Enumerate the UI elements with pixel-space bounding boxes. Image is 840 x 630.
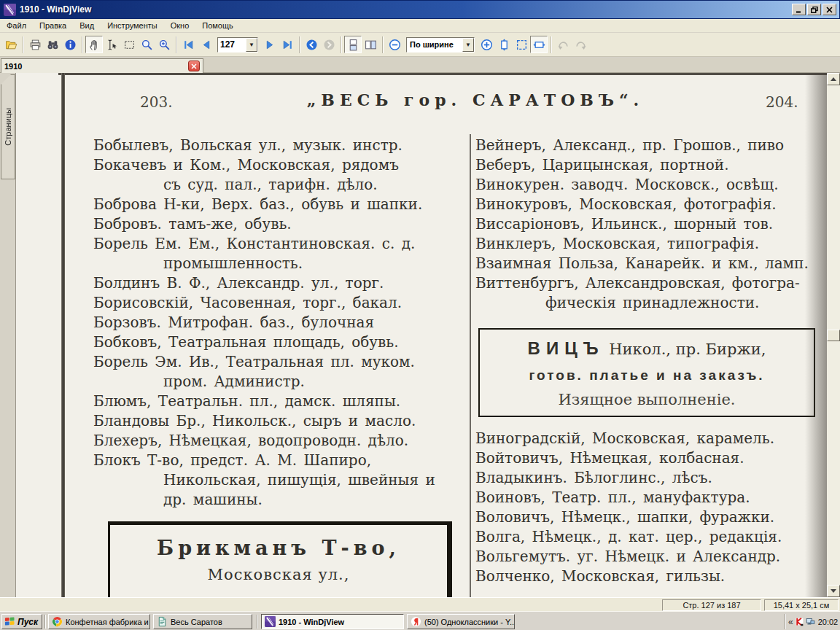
zoom-out-button[interactable] — [386, 36, 403, 53]
chevron-down-icon[interactable]: ▼ — [246, 38, 257, 52]
menu-bar: Файл Правка Вид Инструменты Окно Помощь — [0, 19, 840, 33]
windjview-icon — [265, 616, 276, 627]
zoom-mode-combo[interactable]: По ширине ▼ — [406, 37, 475, 52]
directory-line: фическія принадлежности. — [475, 293, 827, 313]
menu-window[interactable]: Окно — [164, 20, 196, 31]
status-page-size: 15,41 x 25,1 см — [764, 599, 839, 611]
window-title: 1910 - WinDjView — [20, 4, 790, 15]
directory-line: Боброва Н-ки, Верх. баз., обувь и шапки. — [93, 195, 471, 214]
layout-single-page-button[interactable] — [344, 36, 362, 53]
open-file-button[interactable] — [2, 36, 20, 53]
ad-vits-line2: готов. платье и на заказъ. — [483, 368, 811, 384]
document-tab-bar: 1910 — [0, 58, 840, 73]
rotate-left-button[interactable] — [554, 36, 572, 53]
network-icon[interactable] — [806, 617, 815, 626]
ad-vits-line1: ВИЦЪ Никол., пр. Биржи, — [483, 338, 811, 359]
page-number-right: 204. — [766, 93, 798, 111]
toolbar-separator — [176, 36, 176, 53]
directory-line: Вейнеръ, Александ., пр. Грошов., пиво — [475, 136, 827, 155]
select-text-tool-button[interactable] — [103, 36, 120, 53]
menu-file[interactable]: Файл — [0, 20, 33, 31]
directory-line: Взаимная Польза, Канарейк. и км., ламп. — [475, 254, 827, 273]
taskbar-task-ves-saratov[interactable]: Весь Саратов — [153, 614, 252, 629]
chrome-icon — [52, 616, 63, 627]
layout-facing-pages-button[interactable] — [362, 36, 379, 53]
document-viewer[interactable]: 203. „ВЕСЬ гор. САРАТОВЪ“. 204. Бобылевъ… — [16, 73, 827, 597]
directory-line: пром. Администр. — [93, 372, 471, 392]
first-page-button[interactable] — [179, 36, 197, 53]
windjview-window: 1910 - WinDjView Файл Правка Вид Инструм… — [0, 0, 840, 630]
fit-page-button[interactable] — [513, 36, 530, 53]
minimize-button[interactable] — [792, 4, 806, 15]
directory-line: Бобковъ, Театральная площадь, обувь. — [93, 332, 471, 352]
start-label: Пуск — [18, 617, 38, 627]
taskbar-task-chrome[interactable]: Конфетная фабрика и ... — [48, 614, 150, 629]
sidebar: Страницы — [0, 73, 16, 597]
scrollbar-thumb[interactable] — [827, 330, 840, 341]
chevron-down-icon[interactable]: ▼ — [462, 38, 474, 52]
zoom-mode-value: По ширине — [407, 38, 462, 52]
info-button[interactable] — [61, 36, 79, 53]
tab-close-button[interactable] — [188, 61, 200, 71]
zoom-in-button[interactable] — [478, 36, 495, 53]
toolbar-separator — [551, 36, 551, 53]
tray-expand-chevron[interactable]: « — [788, 617, 793, 627]
directory-line: Борель Эм. Ив., Театральная пл. муком. — [93, 352, 471, 372]
forward-button[interactable] — [320, 36, 338, 53]
directory-line: Винклеръ, Московская, типографія. — [475, 234, 827, 254]
ad-vits-brand: ВИЦЪ — [528, 338, 604, 358]
last-page-button[interactable] — [279, 36, 296, 53]
fit-height-button[interactable] — [495, 36, 513, 53]
taskbar-task-odnoklassniki[interactable]: (50) Одноклассники - Y... — [407, 614, 515, 629]
scroll-down-button[interactable] — [827, 585, 840, 597]
taskbar-separator — [44, 615, 46, 629]
directory-line: Виссаріоновъ, Ильинск., шорный тов. — [475, 214, 827, 234]
left-column: Бобылевъ, Вольская ул., музык. инстр.Бок… — [93, 136, 471, 597]
directory-line: Борзовъ. Митрофан. баз., булочная — [93, 313, 471, 332]
taskbar-task-windjview[interactable]: 1910 - WinDjView — [261, 614, 404, 629]
search-button[interactable] — [44, 36, 61, 53]
page-gutter-shadow — [805, 73, 827, 597]
directory-line: Воиновъ, Театр. пл., мануфактура. — [475, 488, 827, 508]
sidebar-tab-pages[interactable]: Страницы — [1, 74, 15, 179]
status-bar: Стр. 127 из 187 15,41 x 25,1 см — [0, 597, 840, 611]
toolbar-separator — [382, 36, 383, 53]
directory-line: Бобровъ. тамъ-же, обувь. — [93, 214, 471, 234]
toolbar: ▼ По ширине ▼ — [0, 33, 840, 57]
prev-page-button[interactable] — [197, 36, 214, 53]
directory-line: Винокуровъ, Московская, фотографія. — [475, 195, 827, 214]
task-label: Весь Саратов — [171, 618, 222, 626]
close-button[interactable] — [822, 4, 836, 15]
select-rect-tool-button[interactable] — [120, 36, 138, 53]
menu-tools[interactable]: Инструменты — [101, 20, 164, 31]
vertical-scrollbar[interactable] — [827, 73, 840, 597]
menu-help[interactable]: Помощь — [195, 20, 240, 31]
hand-tool-button[interactable] — [85, 36, 103, 53]
rotate-right-button[interactable] — [572, 36, 589, 53]
status-page-indicator: Стр. 127 из 187 — [662, 599, 761, 611]
zoom-tool-button[interactable] — [138, 36, 155, 53]
tab-1910[interactable]: 1910 — [1, 58, 203, 73]
zoom-select-tool-button[interactable] — [155, 36, 173, 53]
taskbar: Пуск Конфетная фабрика и ... Весь Сарато… — [0, 611, 840, 630]
directory-line: Бландовы Бр., Никольск., сыръ и масло. — [93, 411, 471, 431]
back-button[interactable] — [303, 36, 320, 53]
next-page-button[interactable] — [261, 36, 279, 53]
page-number-combo[interactable]: ▼ — [217, 37, 258, 52]
kaspersky-icon[interactable] — [795, 617, 804, 626]
directory-line: Блехеръ, Нѣмецкая, водопроводн. дѣло. — [93, 431, 471, 451]
page-number-input[interactable] — [218, 38, 246, 52]
start-button[interactable]: Пуск — [1, 614, 42, 629]
menu-edit[interactable]: Правка — [33, 20, 73, 31]
menu-view[interactable]: Вид — [73, 20, 101, 31]
fit-width-button[interactable] — [530, 36, 548, 53]
scroll-up-button[interactable] — [827, 73, 840, 85]
windjview-app-icon — [4, 4, 16, 16]
restore-button[interactable] — [807, 4, 821, 15]
toolbar-separator — [23, 36, 23, 53]
ad-brikman: Брикманъ Т-во, Московская ул., — [108, 521, 452, 597]
print-button[interactable] — [26, 36, 44, 53]
document-icon — [157, 616, 168, 627]
directory-line: Винокурен. заводч. Московск., освѣщ. — [475, 175, 827, 195]
directory-line: Борисовскій, Часовенная, торг., бакал. — [93, 293, 471, 313]
